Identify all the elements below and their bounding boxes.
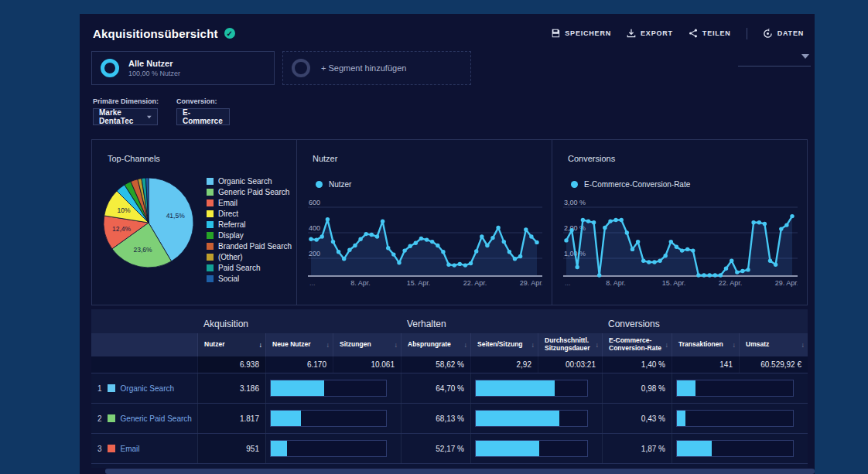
data-point[interactable] [490, 236, 494, 240]
data-point[interactable] [502, 240, 506, 244]
data-point[interactable] [342, 257, 346, 261]
data-point[interactable] [331, 240, 335, 244]
data-point[interactable] [597, 273, 601, 277]
data-point[interactable] [347, 248, 351, 252]
legend-item-display[interactable]: Display [207, 230, 292, 240]
legend-item-email[interactable]: Email [207, 197, 292, 208]
data-point[interactable] [513, 257, 517, 261]
data-point[interactable] [375, 234, 379, 238]
data-point[interactable] [740, 269, 744, 273]
data-point[interactable] [652, 260, 656, 264]
data-point[interactable] [314, 237, 318, 241]
data-point[interactable] [309, 237, 313, 241]
legend-item-social[interactable]: Social [207, 273, 292, 284]
data-point[interactable] [774, 263, 777, 267]
data-point[interactable] [463, 263, 467, 267]
data-point[interactable] [419, 237, 423, 240]
data-point[interactable] [669, 240, 673, 244]
data-point[interactable] [685, 247, 689, 251]
data-point[interactable] [425, 237, 429, 241]
conversion-select[interactable]: E-Commerce [176, 108, 230, 125]
nutzer-line-chart[interactable]: 6004002008. Apr.15. Apr.22. Apr.29. Apr.… [308, 197, 542, 290]
legend-item--other-[interactable]: (Other) [207, 251, 292, 262]
data-point[interactable] [724, 267, 728, 271]
data-point[interactable] [576, 265, 579, 269]
data-point[interactable] [790, 214, 794, 218]
data-point[interactable] [658, 259, 661, 263]
data-point[interactable] [625, 230, 629, 234]
column-header-nutzer[interactable]: Nutzer↓ [197, 333, 265, 356]
data-point[interactable] [746, 268, 750, 271]
data-point[interactable] [564, 238, 568, 242]
data-point[interactable] [386, 246, 390, 250]
data-point[interactable] [735, 270, 739, 274]
channel-link[interactable]: Organic Search [121, 384, 174, 393]
data-point[interactable] [370, 233, 374, 237]
data-point[interactable] [763, 222, 767, 226]
data-point[interactable] [408, 244, 412, 248]
data-point[interactable] [402, 248, 406, 252]
column-header-neue-nutzer[interactable]: Neue Nutzer↓ [265, 333, 333, 356]
data-point[interactable] [636, 240, 640, 244]
data-point[interactable] [535, 240, 538, 244]
data-point[interactable] [436, 244, 439, 247]
legend-item-referral[interactable]: Referral [207, 219, 292, 230]
data-point[interactable] [779, 227, 783, 230]
data-point[interactable] [680, 248, 684, 252]
add-segment-button[interactable]: + Segment hinzufügen [282, 51, 471, 85]
data-point[interactable] [768, 259, 772, 263]
data-point[interactable] [381, 220, 384, 223]
data-point[interactable] [320, 234, 324, 238]
legend-item-branded-paid-search[interactable]: Branded Paid Search [207, 240, 292, 251]
column-header-absprungrate[interactable]: Absprungrate↓ [401, 333, 470, 356]
data-point[interactable] [458, 262, 462, 266]
channel-link[interactable]: Generic Paid Search [121, 414, 192, 423]
data-point[interactable] [713, 273, 717, 277]
legend-item-direct[interactable]: Direct [207, 208, 292, 219]
data-point[interactable] [751, 220, 755, 224]
data-point[interactable] [603, 226, 607, 230]
data-point[interactable] [664, 254, 668, 257]
data-point[interactable] [702, 273, 706, 277]
data-point[interactable] [630, 247, 634, 251]
data-point[interactable] [337, 250, 340, 254]
data-point[interactable] [581, 218, 585, 222]
data-point[interactable] [364, 232, 368, 236]
data-point[interactable] [529, 234, 533, 238]
data-point[interactable] [708, 273, 712, 277]
data-point[interactable] [613, 218, 617, 222]
data-point[interactable] [480, 234, 484, 238]
date-range-select[interactable] [738, 53, 811, 66]
data-point[interactable] [518, 254, 522, 258]
data-point[interactable] [414, 241, 418, 245]
data-point[interactable] [569, 228, 573, 232]
data-point[interactable] [719, 273, 723, 277]
data-point[interactable] [474, 249, 478, 253]
primary-dimension-select[interactable]: Marke DentaTec [93, 108, 158, 125]
data-point[interactable] [691, 248, 695, 252]
column-header-seiten-sitzung[interactable]: Seiten/Sitzung↓ [470, 333, 538, 356]
legend-item-organic-search[interactable]: Organic Search [207, 176, 292, 186]
column-header-umsatz[interactable]: Umsatz↓ [739, 333, 808, 356]
column-header-durchschnittl-sitzungsdauer[interactable]: Durchschnittl. Sitzungsdauer↓ [538, 333, 602, 356]
conversions-line-chart[interactable]: 3,00 %2,00 %1,00 %8. Apr.15. Apr.22. Apr… [563, 197, 798, 290]
top-channels-pie-chart[interactable]: 41,5%23,6%12,4%10% [100, 174, 197, 271]
data-point[interactable] [507, 250, 511, 254]
channel-link[interactable]: Email [121, 445, 140, 453]
data-point[interactable] [397, 261, 401, 264]
data-point[interactable] [496, 226, 500, 230]
column-header-sitzungen[interactable]: Sitzungen↓ [333, 333, 401, 356]
data-point[interactable] [358, 237, 362, 241]
column-header-transaktionen[interactable]: Transaktionen↓ [672, 333, 739, 356]
data-point[interactable] [485, 244, 489, 247]
save-button[interactable]: SPEICHERN [551, 29, 611, 38]
data-point[interactable] [446, 263, 450, 267]
data-point[interactable] [469, 261, 473, 265]
data-point[interactable] [608, 219, 612, 223]
data-point[interactable] [647, 260, 651, 264]
legend-item-generic-paid-search[interactable]: Generic Paid Search [207, 186, 292, 197]
data-point[interactable] [586, 219, 590, 223]
data-point[interactable] [391, 252, 395, 256]
data-point[interactable] [784, 223, 788, 227]
data-point[interactable] [757, 220, 761, 224]
